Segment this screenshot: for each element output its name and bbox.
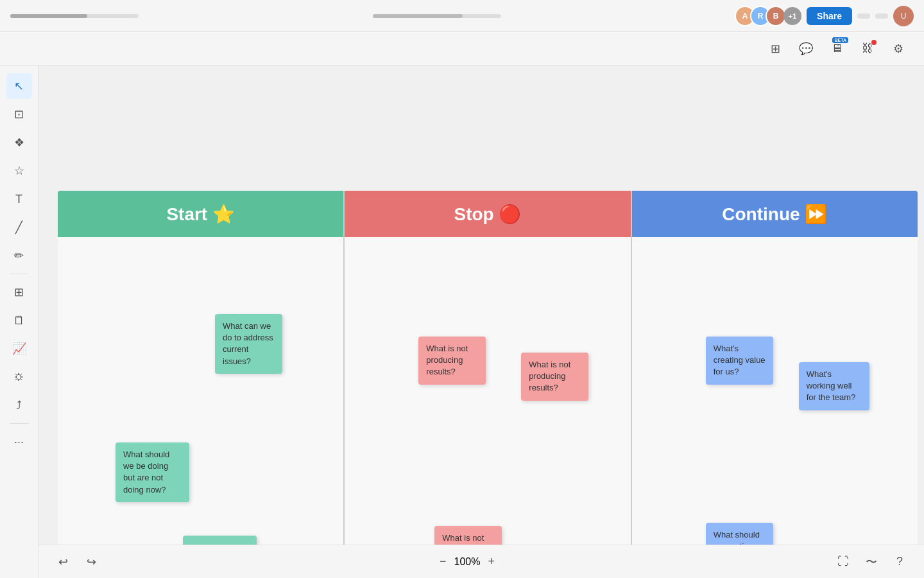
continue-note-1-text: What's creating value for us?	[714, 344, 766, 376]
more-icon: ···	[14, 435, 24, 449]
cursor-tool[interactable]: ↖	[6, 73, 32, 99]
text-icon: T	[15, 193, 22, 206]
start-column: Start ⭐ What can we do to address curren…	[58, 191, 345, 565]
text-tool[interactable]: T	[6, 186, 32, 212]
pen-icon: ✏	[14, 249, 24, 263]
undo-icon: ↩	[58, 555, 68, 569]
redo-icon: ↪	[87, 555, 96, 569]
canvas[interactable]: Start ⭐ What can we do to address curren…	[38, 66, 924, 578]
line-tool[interactable]: ╱	[6, 215, 32, 240]
secondary-toolbar: ⊞ 💬 🖥 BETA ⛓ ⚙	[0, 32, 924, 66]
shapes-icon: ❖	[14, 136, 24, 150]
more-tool[interactable]: ···	[6, 429, 32, 455]
beta-badge: BETA	[832, 37, 848, 43]
stop-note-2[interactable]: What is not producing results?	[521, 353, 588, 401]
stop-header: Stop 🔴	[345, 191, 630, 237]
stop-header-text: Stop 🔴	[454, 204, 521, 225]
continue-header-text: Continue ⏩	[722, 204, 827, 225]
settings-button[interactable]: ⚙	[886, 36, 911, 62]
present-icon: 🖥	[831, 42, 843, 55]
start-note-1[interactable]: What can we do to address current issues…	[215, 314, 282, 374]
stop-column: Stop 🔴 What is not producing results? Wh…	[345, 191, 631, 565]
star-tool[interactable]: ☆	[6, 158, 32, 184]
pages-button[interactable]: ⊞	[762, 36, 788, 62]
undo-button[interactable]: ↩	[51, 550, 74, 574]
progress-bar	[10, 14, 139, 18]
bottom-toolbar: ↩ ↪ − 100% + ⛶ 〜 ?	[38, 545, 924, 578]
pill-1	[857, 13, 870, 19]
chart-tool[interactable]: 📈	[6, 336, 32, 362]
bottom-right: ⛶ 〜 ?	[832, 550, 911, 574]
stop-body[interactable]: What is not producing results? What is n…	[345, 237, 630, 565]
top-toolbar: A R B +1 Share U	[0, 0, 924, 32]
comment-button[interactable]: 💬	[793, 36, 819, 62]
continue-note-2[interactable]: What's working well for the team?	[799, 362, 869, 410]
gear-icon: ⚙	[893, 42, 903, 56]
start-header: Start ⭐	[58, 191, 343, 237]
fit-screen-icon: ⛶	[837, 555, 849, 568]
help-icon: ?	[896, 555, 903, 568]
chart-icon: 📈	[12, 342, 26, 356]
continue-note-2-text: What's working well for the team?	[807, 369, 856, 402]
pill-2	[875, 13, 888, 19]
user-avatar[interactable]: U	[893, 6, 914, 26]
continue-body[interactable]: What's creating value for us? What's wor…	[632, 237, 918, 565]
activity-button[interactable]: 〜	[860, 550, 883, 574]
table-icon: ⊞	[14, 285, 24, 299]
line-icon: ╱	[15, 220, 22, 234]
comment-icon: 💬	[799, 42, 813, 56]
continue-header: Continue ⏩	[632, 191, 918, 237]
sidebar-divider-2	[10, 423, 29, 424]
start-note-1-text: What can we do to address current issues…	[223, 321, 273, 366]
top-bar-right: A R B +1 Share U	[735, 6, 914, 26]
top-bar-center	[373, 14, 501, 18]
fit-screen-button[interactable]: ⛶	[832, 550, 855, 574]
top-bar-left	[10, 14, 139, 18]
left-sidebar: ↖ ⊡ ❖ ☆ T ╱ ✏ ⊞ 🗒 📈 ⛭ ⤴ ···	[0, 66, 38, 578]
progress-fill	[10, 14, 87, 18]
upload-icon: ⤴	[16, 399, 22, 412]
avatar-overflow[interactable]: +1	[783, 7, 801, 25]
pages-icon: ⊞	[771, 42, 780, 56]
star-icon: ☆	[14, 164, 24, 178]
sticky-tool[interactable]: 🗒	[6, 308, 32, 333]
zoom-level: 100%	[454, 556, 481, 568]
start-note-2-text: What should we be doing but are not doin…	[123, 450, 169, 495]
cursor-icon: ↖	[14, 79, 24, 93]
notification-dot	[871, 40, 877, 45]
doc-progress-fill	[373, 14, 463, 18]
frames-icon: ⊡	[14, 107, 24, 121]
collaborators: A R B +1	[735, 6, 801, 26]
continue-column: Continue ⏩ What's creating value for us?…	[632, 191, 918, 565]
zoom-out-button[interactable]: −	[437, 552, 449, 571]
sidebar-divider-1	[10, 274, 29, 274]
share-button[interactable]: Share	[807, 7, 852, 25]
stop-note-1[interactable]: What is not producing results?	[418, 337, 486, 385]
shapes-tool[interactable]: ❖	[6, 130, 32, 155]
continue-note-1[interactable]: What's creating value for us?	[706, 337, 773, 385]
zoom-in-button[interactable]: +	[485, 552, 497, 571]
table-tool[interactable]: ⊞	[6, 279, 32, 305]
pen-tool[interactable]: ✏	[6, 243, 32, 268]
start-body[interactable]: What can we do to address current issues…	[58, 237, 343, 565]
upload-tool[interactable]: ⤴	[6, 392, 32, 418]
sticky-icon: 🗒	[13, 314, 25, 328]
help-button[interactable]: ?	[888, 550, 911, 574]
start-note-2[interactable]: What should we be doing but are not doin…	[116, 442, 189, 502]
zoom-controls: − 100% +	[437, 552, 497, 571]
connections-button[interactable]: ⛓	[855, 36, 880, 62]
present-button[interactable]: 🖥 BETA	[824, 36, 850, 62]
columns-container: Start ⭐ What can we do to address curren…	[58, 191, 918, 565]
stop-note-1-text: What is not producing results?	[426, 344, 468, 376]
frames-tool[interactable]: ⊡	[6, 101, 32, 127]
workflow-tool[interactable]: ⛭	[6, 364, 32, 390]
activity-icon: 〜	[866, 554, 877, 570]
workflow-icon: ⛭	[13, 371, 25, 384]
stop-note-2-text: What is not producing results?	[529, 360, 570, 392]
start-header-text: Start ⭐	[166, 204, 235, 225]
document-progress	[373, 14, 501, 18]
redo-button[interactable]: ↪	[80, 550, 103, 574]
bottom-left: ↩ ↪	[51, 550, 103, 574]
